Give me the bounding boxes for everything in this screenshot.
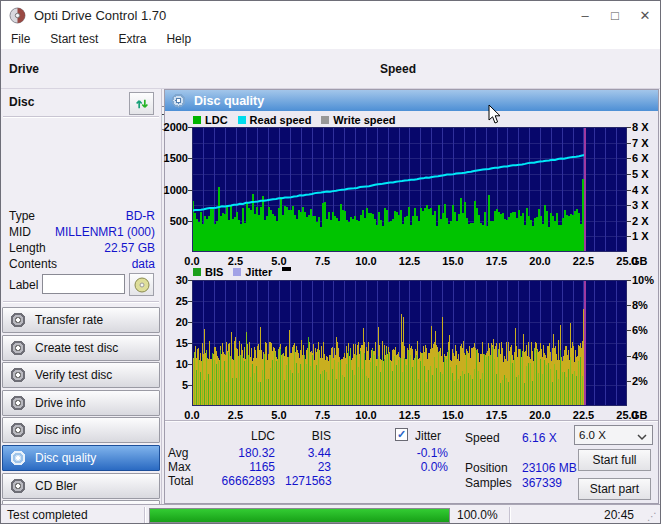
sidebar-item-cd-bler[interactable]: CD Bler [2, 473, 160, 499]
axis-tick-mark [627, 305, 631, 306]
y-axis-tick-left: 10 [158, 358, 188, 370]
sidebar-item-drive-info[interactable]: Drive info [2, 390, 160, 416]
disc-icon [134, 277, 150, 293]
axis-tick-mark [188, 158, 192, 159]
jitter-checkbox-label: Jitter [415, 430, 441, 443]
x-axis-tick: 7.5 [306, 255, 340, 267]
axis-tick-mark [188, 385, 192, 386]
status-bar: Test completed 100.0% 20:45 ⋰ [1, 504, 660, 524]
resize-grip-icon: ⋰ [647, 511, 658, 522]
disc-info-row-mid: MIDMILLENMR1 (000) [9, 225, 155, 239]
ldc-chart-canvas [192, 127, 627, 252]
legend-label-read-speed: Read speed [250, 114, 312, 126]
disc-info-value: data [132, 257, 155, 271]
axis-tick-mark [627, 174, 631, 175]
disc-info-value: BD-R [126, 209, 155, 223]
legend-label-ldc: LDC [205, 114, 228, 126]
label-field-label: Label [9, 278, 38, 292]
drive-label: Drive [9, 62, 39, 76]
bis-chart-canvas [192, 280, 627, 406]
y-axis-tick-right: 4 X [632, 184, 649, 196]
disc-icon [10, 478, 26, 494]
axis-tick-mark [627, 190, 631, 191]
bis-avg-value: 3.44 [285, 447, 331, 460]
maximize-button[interactable]: □ [600, 1, 630, 29]
sidebar-item-disc-info[interactable]: Disc info [2, 417, 160, 443]
legend-swatch-jitter [233, 268, 241, 276]
disc-icon [10, 450, 26, 466]
menu-item-help[interactable]: Help [156, 29, 201, 49]
jitter-max-value: 0.0% [365, 461, 448, 474]
axis-tick-mark [188, 280, 192, 281]
y-axis-tick-right: 2 X [632, 215, 649, 227]
rescan-disc-button[interactable] [129, 92, 154, 115]
progress-percent: 100.0% [457, 508, 498, 522]
x-axis-tick: 20.0 [523, 255, 557, 267]
x-axis-tick: 17.5 [480, 409, 514, 421]
disc-icon [10, 340, 26, 356]
stats-col-bis: BIS [285, 430, 331, 443]
legend-swatch-read-speed [238, 116, 246, 124]
axis-tick-mark [627, 205, 631, 206]
x-axis-unit: GB [631, 255, 648, 267]
legend-marker [282, 267, 291, 271]
sidebar-item-transfer-rate[interactable]: Transfer rate [2, 307, 160, 333]
bis-chart-legend: BISJitter [193, 266, 291, 278]
legend-label-bis: BIS [205, 266, 223, 278]
ldc-chart-legend: LDCRead speedWrite speed [193, 114, 406, 126]
ldc-total-value: 66662893 [185, 475, 275, 488]
y-axis-tick-right: 2% [632, 375, 648, 387]
disc-icon [10, 395, 26, 411]
legend-swatch-write-speed [321, 116, 329, 124]
write-label-button[interactable] [129, 273, 154, 296]
test-speed-select[interactable]: 6.0 X [574, 425, 653, 445]
window-title: Opti Drive Control 1.70 [34, 8, 570, 23]
x-axis-tick: 12.5 [393, 255, 427, 267]
minimize-button[interactable]: – [570, 1, 600, 29]
sidebar-item-create-test-disc[interactable]: Create test disc [2, 335, 160, 361]
toolbar: Drive (E:) HL-DT-ST BD-RE WH16NS58 1.V5 [1, 49, 660, 89]
y-axis-tick-right: 6 X [632, 152, 649, 164]
menu-item-file[interactable]: File [1, 29, 40, 49]
clock-time: 20:45 [574, 508, 634, 522]
menu-item-extra[interactable]: Extra [108, 29, 156, 49]
axis-tick-mark [627, 330, 631, 331]
disc-quality-icon [171, 93, 186, 108]
axis-tick-mark [627, 221, 631, 222]
x-axis-tick: 15.0 [436, 409, 470, 421]
start-part-button[interactable]: Start part [578, 478, 651, 500]
disc-quality-panel: Disc quality LDCRead speedWrite speed BI… [164, 89, 659, 504]
disc-panel-title: Disc [9, 95, 34, 109]
jitter-avg-value: -0.1% [365, 447, 448, 460]
sidebar-item-verify-test-disc[interactable]: Verify test disc [2, 362, 160, 388]
speed-stat-label: Speed [465, 432, 500, 445]
separator [509, 507, 510, 524]
x-axis-tick: 22.5 [567, 255, 601, 267]
y-axis-tick-right: 7 X [632, 137, 649, 149]
axis-tick-mark [627, 381, 631, 382]
separator [3, 301, 159, 302]
disc-info-label: MID [9, 225, 55, 239]
transfer-arrows-icon [134, 96, 150, 112]
x-axis-tick: 7.5 [306, 409, 340, 421]
disc-icon [10, 422, 26, 438]
sidebar-item-disc-quality[interactable]: Disc quality [2, 445, 160, 471]
x-axis-tick: 5.0 [262, 409, 296, 421]
start-full-button[interactable]: Start full [578, 449, 651, 471]
axis-tick-mark [627, 356, 631, 357]
x-axis-tick: 10.0 [349, 255, 383, 267]
axis-tick-mark [627, 280, 631, 281]
x-axis-tick: 12.5 [393, 409, 427, 421]
y-axis-tick-right: 8 X [632, 121, 649, 133]
disc-label-input[interactable] [42, 274, 125, 294]
disc-info-row-length: Length22.57 GB [9, 241, 155, 255]
close-button[interactable]: ✕ [630, 1, 660, 29]
y-axis-tick-left: 5 [158, 379, 188, 391]
axis-tick-mark [188, 221, 192, 222]
jitter-checkbox[interactable]: ✓ [395, 428, 408, 441]
disc-icon [10, 367, 26, 383]
x-axis-tick: 20.0 [523, 409, 557, 421]
menu-bar: FileStart testExtraHelp [1, 29, 660, 49]
y-axis-tick-right: 1 X [632, 230, 649, 242]
menu-item-start-test[interactable]: Start test [40, 29, 108, 49]
